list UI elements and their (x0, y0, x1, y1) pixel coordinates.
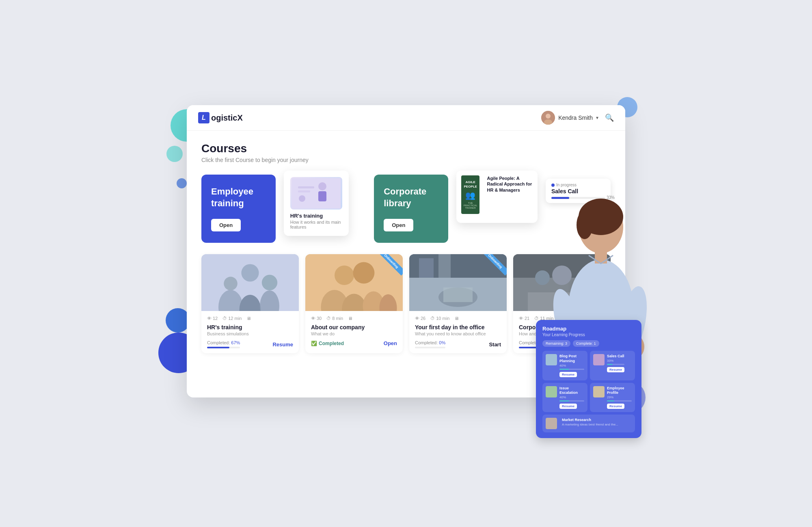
employee-training-title: Employee training (211, 186, 266, 209)
svg-point-18 (353, 262, 375, 284)
course-desc-3: What you need to know about office (415, 331, 501, 336)
roadmap-item-4: Employee Profile 29% Resume (590, 383, 635, 412)
duration-meta-2: ⏱ 8 min (326, 316, 343, 321)
employee-training-open-btn[interactable]: Open (211, 219, 241, 231)
roadmap-thumb-1 (546, 354, 557, 365)
views-meta-4: 👁 21 (519, 316, 529, 321)
svg-rect-3 (292, 178, 341, 209)
course-card-3[interactable]: Onboarding 👁 26 ⏱ 10 min 🖥 Your first da… (409, 254, 507, 353)
in-progress-title: Sales Call (551, 188, 605, 194)
course-body-3: 👁 26 ⏱ 10 min 🖥 Your first day in the of… (409, 311, 507, 353)
type-meta-2: 🖥 (348, 316, 352, 321)
svg-rect-7 (298, 190, 310, 192)
roadmap-item-2: Sales Call 33% Resume (590, 351, 635, 380)
corporate-library-open-btn[interactable]: Open (384, 219, 413, 231)
book-cover-author: THE PRACTICAL TRAINER (464, 202, 477, 209)
course-meta-1: 👁 12 ⏱ 12 min 🖥 (207, 316, 293, 321)
course-thumb-1 (201, 254, 299, 311)
book-cover-icon: 👥 (465, 190, 475, 200)
onboarding-ribbon-2: Onboarding (378, 254, 403, 279)
svg-point-15 (262, 275, 277, 290)
complete-pill: Complete: 1 (573, 340, 599, 347)
roadmap-item-info-4: Employee Profile 29% Resume (607, 386, 632, 409)
course-title-2: About our company (311, 324, 397, 330)
course-title-1: HR's training (207, 324, 293, 330)
hr-training-popup-card: HR's training How it works and its main … (284, 171, 349, 236)
book-cover: AGILEPEOPLE 👥 THE PRACTICAL TRAINER (461, 175, 479, 214)
roadmap-resume-3[interactable]: Resume (559, 404, 577, 409)
course-meta-3: 👁 26 ⏱ 10 min 🖥 (415, 316, 501, 321)
course-body-2: 👁 30 ⏱ 8 min 🖥 About our company What we… (305, 311, 403, 351)
type-meta-3: 🖥 (454, 316, 459, 321)
progress-bar: 33% (551, 197, 605, 199)
course-thumb-3: Onboarding (409, 254, 507, 311)
logo-icon: L (198, 112, 209, 123)
course-thumb-2: Onboarding (305, 254, 403, 311)
roadmap-card: Roadmap Your Learning Progress Remaining… (536, 320, 641, 438)
user-menu[interactable]: Kendra Smith ▾ (541, 111, 598, 125)
in-progress-label: In progress (551, 183, 605, 187)
course-footer-1: Completed: 67% Resume (207, 340, 293, 348)
svg-point-32 (552, 266, 572, 285)
svg-point-33 (535, 270, 550, 285)
duration-meta: ⏱ 12 min (222, 316, 242, 321)
book-title: Agile People: A Radical Approach for HR … (487, 175, 533, 193)
chevron-down-icon: ▾ (596, 115, 598, 121)
logo: L ogisticX (198, 112, 243, 123)
svg-rect-26 (438, 254, 451, 278)
hr-card-image (290, 177, 342, 210)
svg-point-1 (546, 114, 551, 119)
progress-fill-1 (207, 347, 229, 348)
course-card-2[interactable]: Onboarding 👁 30 ⏱ 8 min 🖥 About our comp… (305, 254, 403, 353)
remaining-pill: Remaining: 3 (542, 340, 570, 347)
completed-check-2: ✅ Completed (311, 341, 344, 346)
roadmap-item-5: Market Research A marketing ideas best f… (542, 415, 635, 432)
svg-point-10 (241, 264, 259, 282)
corporate-library-card: Corporate library Open (374, 175, 448, 243)
onboarding-ribbon-3: Onboarding (482, 254, 507, 279)
svg-point-14 (224, 277, 238, 291)
course-footer-3: Completed: 0% Start (415, 340, 501, 348)
roadmap-title: Roadmap (542, 326, 635, 332)
progress-percent: 33% (607, 195, 615, 200)
roadmap-resume-4[interactable]: Resume (607, 404, 624, 409)
roadmap-thumb-5 (546, 418, 557, 429)
hr-card-title: HR's training (290, 213, 342, 219)
hr-card-desc: How it works and its main features (290, 220, 342, 229)
svg-point-4 (318, 182, 326, 190)
page-title: Courses (201, 142, 611, 155)
nav-bar: L ogisticX Kendra Smith ▾ 🔍 (187, 105, 625, 131)
book-card: AGILEPEOPLE 👥 THE PRACTICAL TRAINER Agil… (456, 171, 538, 223)
resume-btn-1[interactable]: Resume (272, 341, 293, 348)
svg-point-17 (335, 266, 354, 285)
featured-row: Employee training Open (201, 175, 611, 243)
search-icon[interactable]: 🔍 (605, 113, 614, 122)
logo-text: ogisticX (211, 113, 243, 123)
start-btn-3[interactable]: Start (489, 341, 501, 348)
roadmap-resume-1[interactable]: Resume (559, 372, 577, 377)
corporate-library-title: Corporate library (384, 186, 438, 209)
course-desc-1: Business simulations (207, 331, 293, 336)
deco-circle-2 (166, 146, 183, 162)
roadmap-item-info-3: Issue Escalation 40% Resume (559, 386, 584, 409)
book-info: Agile People: A Radical Approach for HR … (487, 175, 533, 193)
cert-label: 🏆 Certificates (581, 283, 610, 288)
open-btn-2[interactable]: Open (384, 340, 397, 346)
roadmap-resume-2[interactable]: Resume (607, 367, 624, 372)
svg-rect-5 (318, 191, 326, 201)
svg-rect-6 (298, 186, 314, 188)
svg-point-8 (299, 195, 305, 202)
roadmap-grid: Blog Post Planning 40% Resume Sales Call… (542, 351, 635, 412)
views-meta-2: 👁 30 (311, 316, 322, 321)
course-card-1[interactable]: 👁 12 ⏱ 12 min 🖥 HR's training Business s… (201, 254, 299, 353)
course-meta-2: 👁 30 ⏱ 8 min 🖥 (311, 316, 397, 321)
app-wrapper: L ogisticX Kendra Smith ▾ 🔍 (162, 97, 650, 430)
progress-bar-fill (551, 197, 569, 199)
in-progress-badge: In progress Sales Call 33% (546, 179, 611, 203)
employee-training-card: Employee training Open (201, 175, 276, 243)
course-body-1: 👁 12 ⏱ 12 min 🖥 HR's training Business s… (201, 311, 299, 353)
roadmap-thumb-3 (546, 386, 557, 397)
roadmap-item-info-5: Market Research A marketing ideas best f… (562, 418, 618, 426)
svg-rect-25 (419, 258, 434, 278)
cert-value: 1/3 (581, 288, 610, 300)
